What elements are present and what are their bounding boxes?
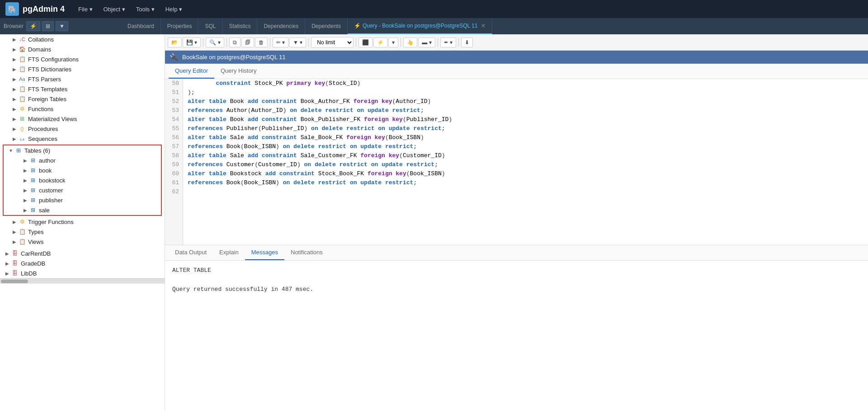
sidebar-item-materialized-views[interactable]: ▶ ⊞ Materialized Views [0, 114, 165, 124]
sidebar-item-libdb[interactable]: ▶ 🗄 LibDB [0, 268, 165, 278]
sidebar-item-fts-parsers[interactable]: ▶ Aa FTS Parsers [0, 74, 165, 84]
fts-parsers-icon: Aa [18, 75, 26, 83]
libdb-label: LibDB [21, 270, 37, 277]
book-label: book [39, 167, 52, 174]
sidebar-item-author[interactable]: ▶ ⊞ author [4, 155, 161, 165]
sidebar-item-collations[interactable]: ▶ ↓C Collations [0, 34, 165, 44]
toolbar-sep-7 [438, 38, 438, 47]
save-btn[interactable]: 💾 ▾ [183, 37, 201, 47]
sidebar-item-types[interactable]: ▶ 📋 Types [0, 227, 165, 237]
sale-icon: ⊞ [29, 206, 37, 214]
output-tabs: Data Output Explain Messages Notificatio… [165, 245, 868, 261]
gradedb-icon: 🗄 [11, 260, 19, 267]
tab-statistics[interactable]: Statistics [222, 18, 257, 34]
tab-query-icon: ⚡ [354, 23, 361, 29]
browser-filter-btn[interactable]: ▼ [56, 21, 68, 31]
output-line-3: Query returned successfully in 487 msec. [172, 285, 861, 294]
run-btn[interactable]: ⚡ [373, 37, 387, 47]
browser-icon-group: ⚡ ⊞ ▼ [26, 21, 68, 31]
browser-refresh-btn[interactable]: ⚡ [26, 21, 40, 31]
tab-dashboard[interactable]: Dashboard [121, 18, 161, 34]
browser-section: Browser ⚡ ⊞ ▼ [4, 21, 121, 31]
right-panel: 📂 💾 ▾ 🔍 ▾ ⧉ 🗐 🗑 ✏ ▾ ▼ ▾ No limit 100 row… [165, 34, 868, 411]
sidebar-item-bookstock[interactable]: ▶ ⊞ bookstock [4, 175, 161, 185]
code-editor[interactable]: 50 51 52 53 54 55 56 57 58 59 60 61 62 c… [165, 79, 868, 245]
toolbar-sep-4 [308, 38, 309, 47]
copy-btn[interactable]: ⧉ [229, 37, 241, 47]
stop-btn[interactable]: ⬛ [359, 37, 373, 47]
author-icon: ⊞ [29, 157, 37, 164]
hand-btn[interactable]: 👆 [403, 37, 417, 47]
download-btn[interactable]: ⬇ [461, 37, 473, 47]
output-content: ALTER TABLE Query returned successfully … [165, 261, 868, 299]
menu-help[interactable]: Help ▾ [161, 4, 187, 14]
sidebar-item-foreign-tables[interactable]: ▶ 📋 Foreign Tables [0, 94, 165, 104]
toolbar-sep-5 [356, 38, 356, 47]
hscroll-thumb[interactable] [1, 280, 28, 283]
edit-btn[interactable]: ✏ ▾ [273, 37, 288, 47]
sidebar-item-customer[interactable]: ▶ ⊞ customer [4, 185, 161, 195]
tab-dependencies[interactable]: Dependencies [257, 18, 305, 34]
sidebar-item-book[interactable]: ▶ ⊞ book [4, 165, 161, 175]
sidebar-item-sale[interactable]: ▶ ⊞ sale [4, 205, 161, 215]
arrow-icon: ▶ [11, 87, 18, 92]
sidebar-item-domains[interactable]: ▶ 🏠 Domains [0, 44, 165, 54]
tab-messages[interactable]: Messages [245, 245, 284, 260]
tab-properties[interactable]: Properties [161, 18, 199, 34]
sidebar-item-sequences[interactable]: ▶ ₁.₃ Sequences [0, 134, 165, 144]
limit-select[interactable]: No limit 100 rows 500 rows 1000 rows [311, 37, 354, 48]
tab-notifications[interactable]: Notifications [284, 245, 329, 260]
find-btn[interactable]: 🔍 ▾ [206, 37, 224, 47]
fts-dict-icon: 📋 [18, 65, 26, 73]
sidebar-item-tables[interactable]: ▼ ⊞ Tables (6) [4, 145, 161, 155]
tab-explain[interactable]: Explain [213, 245, 245, 260]
fts-templates-icon: 📋 [18, 85, 26, 93]
menu-object[interactable]: Object ▾ [99, 4, 130, 14]
run-more-btn[interactable]: ▾ [388, 37, 398, 47]
sidebar-item-fts-configurations[interactable]: ▶ 📋 FTS Configurations [0, 54, 165, 64]
sidebar-item-views[interactable]: ▶ 📋 Views [0, 237, 165, 247]
publisher-icon: ⊞ [29, 196, 37, 204]
tab-query-editor[interactable]: Query Editor [169, 64, 214, 79]
sidebar-hscrollbar[interactable] [0, 278, 165, 284]
browser-grid-btn[interactable]: ⊞ [42, 21, 54, 31]
tab-data-output[interactable]: Data Output [169, 245, 213, 260]
author-label: author [39, 157, 56, 164]
sidebar-item-carrentdb[interactable]: ▶ 🗄 CarRentDB [0, 248, 165, 258]
output-panel: Data Output Explain Messages Notificatio… [165, 245, 868, 411]
arrow-icon: ▶ [11, 107, 18, 112]
materialized-views-label: Materialized Views [28, 116, 77, 122]
sidebar-item-trigger-functions[interactable]: ▶ ⚙ Trigger Functions [0, 217, 165, 227]
fts-config-icon: 📋 [18, 56, 26, 63]
carrentdb-label: CarRentDB [21, 250, 51, 257]
sidebar[interactable]: ▶ ↓C Collations ▶ 🏠 Domains ▶ 📋 FTS Conf… [0, 34, 165, 411]
tab-query-history[interactable]: Query History [214, 64, 263, 79]
connection-bar: 🔌 BookSale on postgres@PostgreSQL 11 [165, 51, 868, 64]
sidebar-item-procedures[interactable]: ▶ {} Procedures [0, 124, 165, 134]
format-btn[interactable]: ✒ ▾ [440, 37, 456, 47]
tables-group: ▼ ⊞ Tables (6) ▶ ⊞ author ▶ ⊞ book ▶ ⊞ b… [3, 145, 162, 216]
menu-file[interactable]: File ▾ [74, 4, 97, 14]
tab-sql[interactable]: SQL [198, 18, 222, 34]
collations-label: Collations [28, 36, 54, 43]
sidebar-item-gradedb[interactable]: ▶ 🗄 GradeDB [0, 258, 165, 268]
sidebar-item-functions[interactable]: ▶ ⚙ Functions [0, 104, 165, 114]
delete-btn[interactable]: 🗑 [255, 37, 268, 47]
tab-query-close[interactable]: ✕ [481, 23, 486, 29]
domains-label: Domains [28, 46, 51, 53]
tab-dependents[interactable]: Dependents [305, 18, 348, 34]
tab-query[interactable]: ⚡ Query - BookSale on postgres@PostgreSQ… [348, 18, 493, 34]
sidebar-item-fts-dictionaries[interactable]: ▶ 📋 FTS Dictionaries [0, 64, 165, 74]
toolbar-sep-1 [203, 38, 203, 47]
trigger-functions-label: Trigger Functions [28, 219, 74, 225]
paste-btn[interactable]: 🗐 [241, 37, 254, 47]
toolbar-sep-2 [226, 38, 227, 47]
sidebar-item-publisher[interactable]: ▶ ⊞ publisher [4, 195, 161, 205]
connection-label: BookSale on postgres@PostgreSQL 11 [182, 54, 286, 61]
menu-tools[interactable]: Tools ▾ [132, 4, 159, 14]
arrow-icon: ▶ [11, 117, 18, 121]
filter-btn[interactable]: ▼ ▾ [289, 37, 306, 47]
sidebar-item-fts-templates[interactable]: ▶ 📋 FTS Templates [0, 84, 165, 94]
open-file-btn[interactable]: 📂 [168, 37, 182, 47]
panel-btn[interactable]: ▬ ▾ [418, 37, 435, 47]
